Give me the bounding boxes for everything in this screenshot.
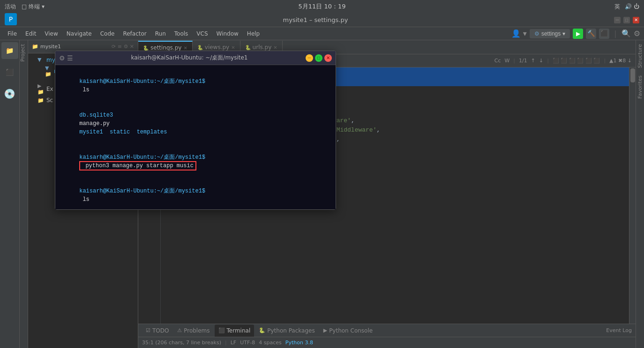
dvd-icon[interactable]: 💿: [1, 85, 18, 102]
menu-help[interactable]: Help: [243, 29, 263, 38]
nav-down[interactable]: ↓: [539, 58, 543, 64]
favorites-tab[interactable]: Favorites: [637, 75, 643, 99]
problems-icon: ⚠: [177, 327, 182, 333]
system-bar: 活动 □ 终端 ▾ 5月11日 10：19 英 🔊 ⏻: [0, 0, 644, 13]
datetime-label: 5月11日 10：19: [298, 3, 345, 10]
position-indicator: 35:1 (206 chars, 7 line breaks): [142, 340, 221, 346]
line-col-label: 1/1: [519, 58, 527, 64]
terminal-body[interactable]: kaisarh@KaiSarH-Ubuntu:~/桌面/mysite1$ ls …: [55, 65, 336, 209]
pycharm-logo: P: [5, 13, 17, 25]
close-views-tab[interactable]: ✕: [231, 45, 235, 50]
urls-py-icon: 🐍: [245, 45, 251, 50]
run-config-dropdown[interactable]: ⚙ settings ▾: [530, 29, 570, 38]
menu-run[interactable]: Run: [151, 29, 170, 38]
status-bar: 35:1 (206 chars, 7 line breaks) | LF UTF…: [138, 337, 636, 348]
run-config-icon: ⚙: [534, 30, 539, 37]
terminal-close-btn[interactable]: ✕: [324, 54, 332, 62]
project-icon[interactable]: 📁: [1, 42, 18, 59]
right-sidebar: Structure Favorites: [636, 40, 644, 348]
close-button[interactable]: ✕: [633, 17, 639, 23]
bottom-tab-terminal[interactable]: ⬛ Terminal: [215, 325, 255, 337]
terminal-maximize-btn[interactable]: □: [315, 54, 322, 62]
bottom-tab-todo[interactable]: ☑ TODO: [142, 325, 172, 337]
dropdown-chevron: ▾: [562, 30, 565, 37]
python-indicator[interactable]: Python 3.8: [285, 340, 313, 346]
menu-window[interactable]: Window: [213, 29, 242, 38]
project-root-label: 📁: [32, 44, 38, 50]
menu-code[interactable]: Code: [97, 29, 119, 38]
bottom-tab-python-packages[interactable]: 🐍 Python Packages: [255, 325, 318, 337]
terminal-line-4: kaisarh@KaiSarH-Ubuntu:~/桌面/mysite1$ ls: [59, 178, 332, 209]
menu-view[interactable]: View: [41, 29, 61, 38]
project-vertical-tab[interactable]: Project: [20, 40, 28, 348]
close-settings-tab[interactable]: ✕: [183, 45, 187, 51]
user-icon: 👤 ▾: [511, 29, 527, 38]
terminal-line-1: kaisarh@KaiSarH-Ubuntu:~/桌面/mysite1$ ls: [59, 69, 332, 103]
lf-indicator[interactable]: LF: [231, 340, 236, 346]
header-icons: ⟳ ≡ ⚙ ✕: [112, 44, 134, 50]
bottom-tab-problems[interactable]: ⚠ Problems: [173, 325, 213, 337]
scrollbar-thumb[interactable]: [630, 68, 635, 82]
menu-edit[interactable]: Edit: [22, 29, 40, 38]
menu-tools[interactable]: Tools: [171, 29, 192, 38]
sys-icons: 🔊 ⏻: [625, 3, 639, 10]
menu-bar: File Edit View Navigate Code Refactor Ru…: [0, 27, 644, 40]
window-title: mysite1 – settings.py: [283, 16, 348, 23]
title-bar: P mysite1 – settings.py ─ □ ✕: [0, 13, 644, 27]
encoding-indicator[interactable]: UTF-8: [240, 340, 255, 346]
menu-navigate[interactable]: Navigate: [63, 29, 96, 38]
menu-file[interactable]: File: [4, 29, 21, 38]
close-urls-tab[interactable]: ✕: [273, 45, 277, 50]
python-packages-icon: 🐍: [259, 327, 265, 333]
terminal-tab-icon: ⬛: [218, 327, 225, 333]
python-console-icon: ▶: [323, 327, 327, 333]
terminal-line-3: kaisarh@KaiSarH-Ubuntu:~/桌面/mysite1$ pyt…: [59, 145, 332, 178]
bottom-tab-python-console[interactable]: ▶ Python Console: [320, 325, 377, 337]
nav-up[interactable]: ↑: [531, 58, 535, 64]
event-log-btn[interactable]: Event Log: [606, 327, 632, 333]
bottom-tabs: ☑ TODO ⚠ Problems ⬛ Terminal 🐍 Python Pa…: [138, 324, 636, 337]
maximize-button[interactable]: □: [623, 17, 630, 23]
bottom-right-area: Event Log: [606, 327, 632, 333]
activities-label[interactable]: 活动: [5, 3, 16, 11]
run-button[interactable]: ▶: [573, 29, 583, 39]
lang-label[interactable]: 英: [614, 3, 620, 11]
git-gutter: ▲1 ✖8 ↓: [609, 58, 632, 64]
views-py-icon: 🐍: [197, 45, 203, 50]
settings-py-icon: 🐍: [143, 45, 149, 51]
search-icon[interactable]: 🔍: [622, 29, 631, 38]
left-sidebar: 📁 ⬛ 💿: [0, 40, 20, 348]
terminal-window: ⚙ ☰ kaisarh@KaiSarH-Ubuntu: ~/桌面/mysite1…: [55, 51, 336, 210]
build-button[interactable]: 🔨: [586, 29, 596, 39]
indent-indicator[interactable]: 4 spaces: [259, 340, 282, 346]
todo-icon: ☑: [146, 327, 150, 333]
settings-icon[interactable]: ⚙: [634, 29, 640, 38]
structure-tab[interactable]: Structure: [637, 44, 643, 68]
project-root-name: mysite1: [40, 44, 61, 50]
term-settings-icon[interactable]: ⚙: [59, 54, 65, 62]
terminal-line-2: db.sqlite3 manage.py mysite1 static temp…: [59, 103, 332, 145]
terminal-sidebar-icon[interactable]: ⬛: [1, 64, 18, 81]
terminal-titlebar: ⚙ ☰ kaisarh@KaiSarH-Ubuntu: ~/桌面/mysite1…: [55, 51, 336, 65]
toolbar-icons: ⬛ ⬛ ⬛ ⬛ ⬛ ⬛: [553, 58, 600, 64]
scrollbar-track[interactable]: [629, 67, 636, 324]
cc-label: Cc: [494, 58, 501, 64]
terminal-window-title: kaisarh@KaiSarH-Ubuntu: ~/桌面/mysite1: [73, 54, 306, 62]
highlighted-command: python3 manage.py startapp music: [79, 161, 196, 170]
menu-vcs[interactable]: VCS: [193, 29, 211, 38]
menu-refactor[interactable]: Refactor: [119, 29, 150, 38]
term-menu-icon[interactable]: ☰: [67, 54, 73, 62]
terminal-label[interactable]: □ 终端 ▾: [22, 3, 45, 11]
terminal-minimize-btn[interactable]: ─: [306, 54, 313, 62]
stop-button[interactable]: ⬛: [599, 29, 609, 39]
w-label: W: [504, 58, 509, 64]
minimize-button[interactable]: ─: [614, 17, 621, 23]
